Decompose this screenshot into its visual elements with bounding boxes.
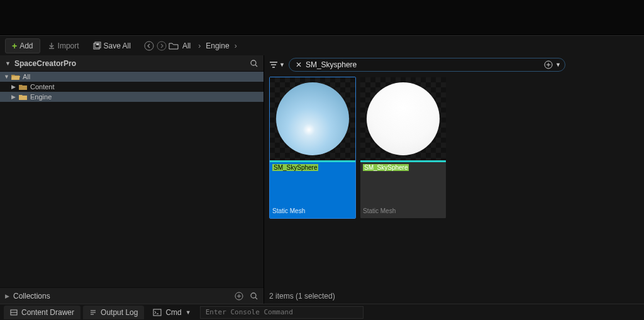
save-all-label: Save All <box>104 41 131 50</box>
tree-label: All <box>23 73 30 80</box>
filter-button[interactable]: ▼ <box>269 61 285 69</box>
log-icon <box>89 309 97 316</box>
status-text: 2 items (1 selected) <box>269 292 335 301</box>
add-collection-icon[interactable] <box>235 292 243 301</box>
content-drawer-label: Content Drawer <box>21 308 74 317</box>
disclosure-triangle-icon: ▶ <box>5 293 9 299</box>
output-log-tab[interactable]: Output Log <box>83 306 144 319</box>
import-icon <box>48 42 55 50</box>
console-icon <box>153 309 162 316</box>
asset-type: Static Mesh <box>363 207 443 214</box>
folder-open-icon <box>11 74 20 80</box>
status-bar: 2 items (1 selected) <box>264 289 644 304</box>
asset-thumbnail <box>360 77 446 160</box>
output-log-label: Output Log <box>101 308 138 317</box>
nav-back-icon[interactable] <box>143 40 155 52</box>
import-button[interactable]: Import <box>42 38 86 53</box>
clear-search-icon[interactable]: ✕ <box>293 60 304 69</box>
svg-point-5 <box>251 60 256 65</box>
folder-icon <box>19 84 28 90</box>
filter-icon <box>269 61 278 69</box>
sphere-preview-icon <box>276 82 349 155</box>
bottom-bar: Content Drawer Output Log Cmd ▼ <box>0 304 644 320</box>
save-all-icon <box>93 41 101 50</box>
sources-panel: ▼ SpaceCreatorPro ▼ All ▶ Content <box>0 55 264 304</box>
svg-rect-23 <box>153 309 161 316</box>
sources-tree: ▼ All ▶ Content ▶ Engine <box>0 72 264 287</box>
nav-forward-icon[interactable] <box>156 40 167 52</box>
asset-type: Static Mesh <box>272 207 353 214</box>
sources-title: SpaceCreatorPro <box>14 59 76 68</box>
search-icon[interactable] <box>250 292 258 301</box>
content-toolbar: + Add Import Save All All › Engine › <box>0 35 644 55</box>
breadcrumb-all[interactable]: All <box>180 41 193 50</box>
chevron-down-icon: ▼ <box>186 309 191 316</box>
save-all-button[interactable]: Save All <box>87 38 137 53</box>
svg-rect-2 <box>96 43 99 45</box>
asset-tile[interactable]: SM_SkySphere Static Mesh <box>360 77 447 219</box>
tree-row-content[interactable]: ▶ Content <box>0 82 264 92</box>
expand-icon[interactable]: ▼ <box>4 74 10 80</box>
tree-label: Content <box>30 83 55 91</box>
disclosure-triangle-icon: ▼ <box>5 60 11 67</box>
sources-header[interactable]: ▼ SpaceCreatorPro <box>0 55 264 72</box>
asset-thumbnail <box>270 77 355 160</box>
sphere-preview-icon <box>367 82 440 155</box>
chevron-right-icon: › <box>231 41 241 50</box>
asset-view: ▼ ✕ ▼ SM_SkySphere Static Mesh <box>264 55 644 304</box>
asset-name: SM_SkySphere <box>363 164 409 171</box>
folder-path-icon[interactable] <box>169 41 179 50</box>
breadcrumb-engine[interactable]: Engine <box>206 41 229 50</box>
tree-label: Engine <box>30 93 52 101</box>
cmd-tab[interactable]: Cmd ▼ <box>147 306 197 319</box>
search-icon[interactable] <box>250 59 258 68</box>
svg-line-11 <box>255 297 257 299</box>
asset-grid: SM_SkySphere Static Mesh SM_SkySphere St… <box>264 74 644 289</box>
asset-search-box[interactable]: ✕ ▼ <box>289 58 565 72</box>
tree-row-engine[interactable]: ▶ Engine <box>0 92 264 102</box>
add-label: Add <box>19 41 33 50</box>
filter-row: ▼ ✕ ▼ <box>264 55 644 74</box>
svg-point-4 <box>157 41 166 50</box>
chevron-down-icon: ▼ <box>279 62 285 68</box>
import-label: Import <box>58 41 79 50</box>
content-drawer-tab[interactable]: Content Drawer <box>4 306 80 319</box>
asset-name: SM_SkySphere <box>272 164 318 171</box>
console-input[interactable] <box>204 307 359 317</box>
folder-icon <box>19 94 28 100</box>
drawer-icon <box>10 309 18 316</box>
svg-point-10 <box>251 293 256 298</box>
collections-header[interactable]: ▶ Collections <box>0 287 264 304</box>
tree-row-all[interactable]: ▼ All <box>0 72 264 82</box>
asset-tile[interactable]: SM_SkySphere Static Mesh <box>269 77 356 219</box>
plus-icon: + <box>12 41 17 50</box>
chevron-right-icon: › <box>194 41 204 50</box>
asset-search-input[interactable] <box>304 60 544 70</box>
svg-point-3 <box>145 41 153 50</box>
expand-icon[interactable]: ▶ <box>11 84 18 90</box>
viewport-area <box>0 0 644 35</box>
collections-label: Collections <box>13 292 50 301</box>
save-search-icon[interactable] <box>544 60 553 69</box>
chevron-down-icon[interactable]: ▼ <box>555 62 561 68</box>
console-input-box[interactable] <box>200 306 364 319</box>
expand-icon[interactable]: ▶ <box>11 94 18 100</box>
cmd-label: Cmd <box>165 308 181 317</box>
svg-line-6 <box>255 65 257 67</box>
add-button[interactable]: + Add <box>5 38 40 53</box>
